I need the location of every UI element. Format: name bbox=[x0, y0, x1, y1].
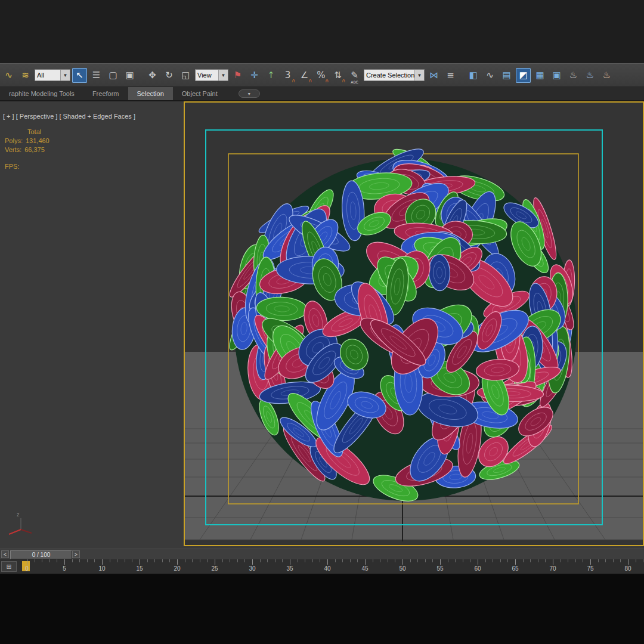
next-frame-button[interactable]: > bbox=[72, 550, 80, 558]
stats-polys-label: Polys: bbox=[5, 137, 23, 144]
percent-snap-icon[interactable]: %∩ bbox=[314, 68, 329, 83]
viewport-label[interactable]: [ + ] [ Perspective ] [ Shaded + Edged F… bbox=[3, 113, 135, 120]
rendered-frame-window-icon: ▣ bbox=[552, 70, 561, 80]
reference-coordinate-system-dropdown-value: View bbox=[196, 72, 218, 79]
isolate-selection-icon[interactable]: ↑ bbox=[264, 68, 278, 83]
render-last-icon: ♨ bbox=[603, 70, 611, 80]
render-last-icon[interactable]: ♨ bbox=[599, 68, 614, 83]
dropdown-arrow-icon[interactable]: ▼ bbox=[414, 70, 424, 80]
material-editor-icon: ◩ bbox=[519, 70, 527, 80]
ruler-tick-label: 50 bbox=[399, 565, 405, 572]
angle-snap-icon[interactable]: ∠∩ bbox=[297, 68, 312, 83]
toggle-scene-explorer-icon[interactable]: ◧ bbox=[466, 68, 481, 83]
render-iterative-icon: ♨ bbox=[586, 70, 594, 80]
select-and-manipulate-icon[interactable]: ✛ bbox=[247, 68, 262, 83]
select-and-scale-icon[interactable]: ◱ bbox=[178, 68, 193, 83]
chevron-down-icon: ▾ bbox=[248, 91, 250, 97]
ruler-major-ticks bbox=[27, 559, 644, 565]
select-and-move-icon: ✥ bbox=[148, 70, 156, 80]
mirror-icon[interactable]: ⋈ bbox=[426, 68, 441, 83]
window-crossing-toggle-icon[interactable]: ▣ bbox=[122, 68, 137, 83]
previous-frame-button[interactable]: < bbox=[1, 550, 9, 558]
render-setup-icon: ▦ bbox=[535, 70, 544, 80]
rendered-frame-window-icon[interactable]: ▣ bbox=[549, 68, 564, 83]
schematic-view-icon: ▤ bbox=[502, 70, 510, 80]
ruler-tick-label: 45 bbox=[361, 565, 368, 572]
ruler-tick-label: 70 bbox=[549, 565, 556, 572]
snaps-toggle-icon[interactable]: 3∩ bbox=[280, 68, 295, 83]
render-iterative-icon[interactable]: ♨ bbox=[583, 68, 597, 83]
select-and-link-icon[interactable]: ∿ bbox=[1, 68, 16, 83]
viewport-scene bbox=[185, 103, 643, 545]
ruler-tick-label: 65 bbox=[512, 565, 518, 572]
ruler-tick-label: 60 bbox=[474, 565, 481, 572]
spinner-snap-icon[interactable]: ⇅∩ bbox=[330, 68, 345, 83]
magnet-icon: ∩ bbox=[342, 78, 345, 83]
render-setup-icon[interactable]: ▦ bbox=[532, 68, 547, 83]
keyboard-override-icon[interactable]: ✎ABC bbox=[347, 68, 362, 83]
perspective-viewport[interactable] bbox=[184, 101, 644, 546]
select-object-icon[interactable]: ↖ bbox=[72, 68, 87, 83]
select-and-link-icon: ∿ bbox=[5, 70, 13, 80]
bind-to-space-warp-icon: ≋ bbox=[21, 70, 29, 80]
ribbon-tab-object-paint[interactable]: Object Paint bbox=[173, 87, 227, 100]
dropdown-arrow-icon[interactable]: ▼ bbox=[60, 70, 70, 80]
ruler-tick-label: 5 bbox=[63, 565, 66, 572]
keyboard-override-icon-sublabel: ABC bbox=[351, 80, 358, 84]
select-and-manipulate-icon: ✛ bbox=[250, 70, 258, 80]
rectangular-selection-region-icon: ▢ bbox=[109, 70, 117, 80]
ruler-tick-label: 55 bbox=[436, 565, 443, 572]
stats-verts-label: Verts: bbox=[5, 146, 21, 153]
stats-total-label: Total bbox=[27, 128, 49, 137]
timeline-config-button[interactable]: ⊞ bbox=[1, 561, 17, 572]
bind-to-space-warp-icon[interactable]: ≋ bbox=[18, 68, 33, 83]
material-editor-icon[interactable]: ◩ bbox=[516, 68, 531, 83]
toolbar-separator bbox=[139, 67, 143, 83]
rectangular-selection-region-icon[interactable]: ▢ bbox=[106, 68, 120, 83]
select-and-move-icon[interactable]: ✥ bbox=[145, 68, 160, 83]
stats-polys-row: Polys:131,460 bbox=[5, 137, 49, 145]
render-production-icon[interactable]: ♨ bbox=[566, 68, 581, 83]
spinner-snap-icon: ⇅ bbox=[334, 70, 342, 80]
ruler-tick-label: 20 bbox=[174, 565, 180, 572]
magnet-icon: ∩ bbox=[292, 78, 295, 83]
ruler-tick-label: 10 bbox=[98, 565, 105, 572]
ribbon-tab-freeform[interactable]: Freeform bbox=[83, 87, 128, 100]
use-pivot-point-center-icon: ⚑ bbox=[234, 70, 242, 80]
magnet-icon: ∩ bbox=[325, 78, 329, 83]
align-icon[interactable]: ≡ bbox=[443, 68, 458, 83]
isolate-selection-icon: ↑ bbox=[267, 70, 275, 80]
ruler-tick-label: 35 bbox=[286, 565, 293, 572]
ribbon-overflow-button[interactable]: ▾ bbox=[239, 89, 260, 98]
curve-editor-icon[interactable]: ∿ bbox=[482, 68, 497, 83]
viewport-statistics: Total Polys:131,460 Verts:66,375 FPS: bbox=[5, 128, 49, 171]
select-object-icon: ↖ bbox=[76, 70, 83, 80]
ribbon-tab-selection[interactable]: Selection bbox=[128, 87, 173, 100]
select-by-name-icon[interactable]: ☰ bbox=[89, 68, 104, 83]
named-selection-sets-dropdown[interactable]: Create Selection Se▼ bbox=[364, 69, 425, 81]
time-slider[interactable]: 0 / 100 bbox=[10, 550, 72, 559]
use-pivot-point-center-icon[interactable]: ⚑ bbox=[230, 68, 245, 83]
selection-filter-dropdown[interactable]: All▼ bbox=[35, 69, 70, 81]
curve-editor-icon: ∿ bbox=[486, 70, 494, 80]
timeline-ruler[interactable]: ⊞ 05101520253035404550556065707580 bbox=[0, 559, 644, 574]
toggle-scene-explorer-icon: ◧ bbox=[469, 70, 477, 80]
select-and-rotate-icon[interactable]: ↻ bbox=[162, 68, 177, 83]
select-by-name-icon: ☰ bbox=[92, 70, 100, 80]
named-selection-sets-dropdown-value: Create Selection Se bbox=[364, 72, 414, 79]
magnet-icon: ∩ bbox=[308, 78, 312, 83]
world-axis-tripod-icon: z bbox=[5, 507, 36, 538]
ruler-tick-label: 15 bbox=[136, 565, 143, 572]
ruler-tick-label: 80 bbox=[624, 565, 631, 572]
stats-verts-value: 66,375 bbox=[24, 146, 45, 153]
schematic-view-icon[interactable]: ▤ bbox=[499, 68, 514, 83]
viewport-area: [ + ] [ Perspective ] [ Shaded + Edged F… bbox=[0, 101, 644, 549]
ribbon-tab-raphite-modeling-tools[interactable]: raphite Modeling Tools bbox=[0, 87, 83, 100]
3dsmax-window: ∿≋All▼↖☰▢▣✥↻◱View▼⚑✛↑3∩∠∩%∩⇅∩✎ABCCreate … bbox=[0, 0, 644, 644]
reference-coordinate-system-dropdown[interactable]: View▼ bbox=[195, 69, 228, 81]
select-and-scale-icon: ◱ bbox=[181, 70, 190, 80]
snaps-toggle-icon: 3 bbox=[285, 70, 291, 80]
ruler-tick-label: 25 bbox=[211, 565, 218, 572]
mirror-icon: ⋈ bbox=[429, 70, 438, 80]
dropdown-arrow-icon[interactable]: ▼ bbox=[218, 70, 228, 80]
